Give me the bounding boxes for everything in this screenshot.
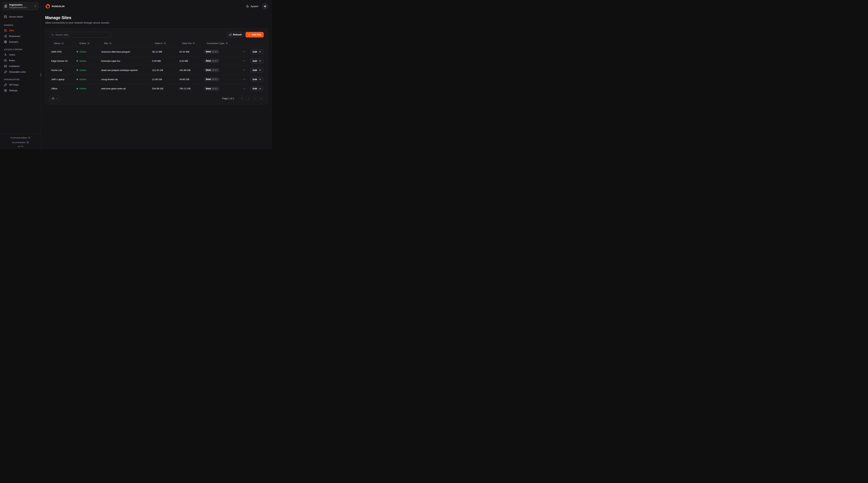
edit-label: Edit xyxy=(253,87,257,90)
add-site-button[interactable]: Add Site xyxy=(245,32,264,37)
sidebar-item-invitations[interactable]: Invitations xyxy=(2,63,38,69)
sidebar-item-server-admin[interactable]: Server Admin xyxy=(2,14,38,20)
online-dot-icon xyxy=(76,69,78,71)
arrow-right-icon xyxy=(259,88,261,90)
connection-type: Newt xyxy=(206,60,211,62)
connection-version: v1.3.2 xyxy=(212,88,218,90)
section-label-access-control: ACCESS CONTROL xyxy=(4,49,37,51)
building-icon xyxy=(4,4,7,8)
page-size-value: 20 xyxy=(52,97,54,100)
sidebar-item-settings[interactable]: Settings xyxy=(2,88,38,93)
table-row: Edge Device 01 Online fortunate-cape-fox… xyxy=(50,56,264,66)
data-in-value: 12.65 GB xyxy=(150,78,178,81)
connection-type: Newt xyxy=(206,51,211,53)
first-page-button[interactable] xyxy=(239,96,244,101)
row-actions: Edit xyxy=(237,49,264,54)
column-label: Data In xyxy=(155,42,162,44)
edit-button[interactable]: Edit xyxy=(250,86,264,91)
sidebar-nav: Server Admin GENERAL Sites Resources Dom xyxy=(2,14,38,93)
org-text: Organization milo@fossorial.io's ... xyxy=(9,3,32,9)
column-header-name[interactable]: Name xyxy=(50,42,75,44)
row-actions: Edit xyxy=(237,77,264,82)
avatar[interactable]: M xyxy=(262,3,268,9)
row-menu-button[interactable] xyxy=(242,87,246,91)
data-out-value: 141.68 GB xyxy=(178,69,202,71)
page-size-select[interactable]: 20 xyxy=(50,96,60,101)
sidebar-footer: Community Edition Documentation v1.7.0 xyxy=(0,134,41,149)
sidebar-item-domains[interactable]: Domains xyxy=(2,39,38,45)
page-status: Page 1 of 1 xyxy=(222,97,234,100)
sidebar-resize-handle[interactable] xyxy=(41,73,41,77)
row-menu-button[interactable] xyxy=(242,68,246,72)
column-header-connection-type[interactable]: Connection Type xyxy=(202,42,237,44)
book-open-icon xyxy=(27,141,29,143)
community-edition-label: Community Edition xyxy=(10,137,27,139)
ticket-check-icon xyxy=(4,65,7,68)
site-status: Online xyxy=(75,78,99,81)
column-header-online[interactable]: Online xyxy=(75,42,99,44)
column-header-data-in[interactable]: Data In xyxy=(150,42,178,44)
sidebar-item-users[interactable]: Users xyxy=(2,52,38,58)
share-icon xyxy=(4,35,7,38)
table-row: Home Lab Online dead-san-joaquin-antelop… xyxy=(50,66,264,75)
row-menu-button[interactable] xyxy=(242,50,246,54)
card-toolbar: Refresh Add Site xyxy=(50,32,264,37)
connection-badge: Newtv1.3.2 xyxy=(204,68,219,72)
link-icon xyxy=(4,70,7,73)
org-switcher[interactable]: Organization milo@fossorial.io's ... xyxy=(2,2,38,10)
sidebar-item-label: Shareable Links xyxy=(9,71,26,73)
data-in-value: 5.00 MB xyxy=(150,60,178,62)
sidebar: Organization milo@fossorial.io's ... Ser… xyxy=(0,0,41,149)
add-site-label: Add Site xyxy=(252,33,261,36)
sidebar-item-label: Domains xyxy=(9,41,18,43)
sidebar-item-sites[interactable]: Sites xyxy=(2,28,38,33)
sidebar-item-label: API Keys xyxy=(9,84,19,86)
next-page-button[interactable] xyxy=(252,96,257,101)
connection-badge: Newtv1.3.2 xyxy=(204,77,219,82)
arrow-right-icon xyxy=(259,60,261,62)
edit-button[interactable]: Edit xyxy=(250,67,264,73)
column-header-data-out[interactable]: Data Out xyxy=(178,42,202,44)
page-subtitle: Allow connectivity to your network throu… xyxy=(45,21,268,24)
column-label: Site xyxy=(104,42,108,44)
brand-name: PANGOLIN xyxy=(52,5,65,8)
last-page-button[interactable] xyxy=(259,96,264,101)
theme-toggle[interactable]: System xyxy=(246,5,258,8)
sites-icon xyxy=(4,29,7,32)
theme-label: System xyxy=(250,5,258,8)
status-label: Online xyxy=(80,51,86,53)
search-icon xyxy=(51,33,54,36)
chevron-left-icon xyxy=(247,97,249,100)
status-label: Online xyxy=(80,60,86,62)
server-icon xyxy=(4,15,7,18)
edit-button[interactable]: Edit xyxy=(250,49,264,54)
row-menu-button[interactable] xyxy=(242,77,246,82)
edit-button[interactable]: Edit xyxy=(250,77,264,82)
prev-page-button[interactable] xyxy=(246,96,251,101)
column-label: Online xyxy=(79,42,86,44)
row-actions: Edit xyxy=(237,67,264,73)
row-menu-button[interactable] xyxy=(242,59,246,63)
page-head: Manage Sites Allow connectivity to your … xyxy=(45,15,268,24)
edit-button[interactable]: Edit xyxy=(250,58,264,64)
documentation-link[interactable]: Documentation xyxy=(12,141,29,143)
users-icon xyxy=(4,59,7,62)
section-label-general: GENERAL xyxy=(4,24,37,26)
status-label: Online xyxy=(80,87,86,90)
column-header-site[interactable]: Site xyxy=(99,42,150,44)
chevrons-left-icon xyxy=(241,97,243,100)
refresh-button[interactable]: Refresh xyxy=(227,32,244,37)
search-input[interactable] xyxy=(50,32,111,37)
community-edition-link[interactable]: Community Edition xyxy=(10,137,30,139)
sidebar-item-resources[interactable]: Resources xyxy=(2,33,38,39)
edit-label: Edit xyxy=(253,78,257,81)
sidebar-item-label: Users xyxy=(9,54,15,56)
arrow-right-icon xyxy=(259,51,261,53)
connection-version: v1.3.2 xyxy=(212,60,218,62)
brand[interactable]: PANGOLIN xyxy=(45,4,65,9)
sidebar-item-roles[interactable]: Roles xyxy=(2,58,38,63)
site-name: Jeff's Laptop xyxy=(50,78,75,81)
sidebar-item-api-keys[interactable]: API Keys xyxy=(2,82,38,88)
sidebar-item-label: Roles xyxy=(9,59,15,62)
sidebar-item-shareable-links[interactable]: Shareable Links xyxy=(2,69,38,75)
